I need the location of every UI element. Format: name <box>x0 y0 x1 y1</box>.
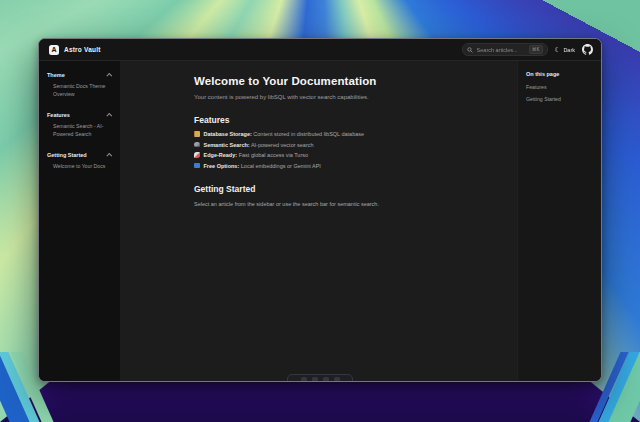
feature-label: Database Storage: <box>204 131 252 137</box>
site-header: A Astro Vault Search articles... ⌘K ☾ Da… <box>39 39 601 61</box>
dock-dot <box>301 377 307 382</box>
page-intro: Your content is powered by libSQL with v… <box>194 94 499 100</box>
list-item: Free Options: Local embeddings or Gemini… <box>194 163 499 169</box>
table-of-contents: On this page Features Getting Started <box>517 61 601 381</box>
sidebar-item-semantic-search[interactable]: Semantic Search - AI-Powered Search <box>46 120 113 141</box>
search-button[interactable]: Search articles... ⌘K <box>462 43 548 56</box>
toc-heading: On this page <box>526 71 593 77</box>
free-badge-icon <box>194 163 200 169</box>
feature-text: Fast global access via Turso <box>237 152 308 158</box>
sidebar: Theme Semantic Docs Theme Overview Featu… <box>39 61 121 381</box>
sidebar-item-welcome-to-your-docs[interactable]: Welcome to Your Docs <box>46 160 113 174</box>
features-list: Database Storage: Content stored in dist… <box>194 131 499 169</box>
list-item: Edge-Ready: Fast global access via Turso <box>194 152 499 158</box>
features-heading: Features <box>194 115 499 125</box>
toc-link-getting-started[interactable]: Getting Started <box>526 96 593 102</box>
main-content: Welcome to Your Documentation Your conte… <box>121 61 517 381</box>
dock-dot <box>323 377 329 382</box>
search-placeholder: Search articles... <box>477 47 525 53</box>
chevron-up-icon <box>106 113 112 119</box>
toc-link-features[interactable]: Features <box>526 84 593 90</box>
github-icon[interactable] <box>582 44 593 55</box>
feature-text: Content stored in distributed libSQL dat… <box>252 131 364 137</box>
search-icon <box>467 47 473 53</box>
sidebar-group-getting-started[interactable]: Getting Started <box>46 150 113 160</box>
sidebar-group-label: Getting Started <box>47 152 87 158</box>
sidebar-group-label: Features <box>47 112 70 118</box>
getting-started-text: Select an article from the sidebar or us… <box>194 201 499 207</box>
site-title: Astro Vault <box>64 46 101 53</box>
moon-icon: ☾ <box>555 46 561 53</box>
bottom-dock-peek <box>287 374 353 382</box>
theme-toggle-label: Dark <box>563 47 575 53</box>
theme-toggle-button[interactable]: ☾ Dark <box>555 46 575 53</box>
list-item: Database Storage: Content stored in dist… <box>194 131 499 137</box>
sidebar-item-semantic-docs-theme-overview[interactable]: Semantic Docs Theme Overview <box>46 80 113 101</box>
getting-started-heading: Getting Started <box>194 184 499 194</box>
feature-label: Edge-Ready: <box>204 152 238 158</box>
sidebar-group-theme[interactable]: Theme <box>46 70 113 80</box>
dock-dot <box>312 377 318 382</box>
page-title: Welcome to Your Documentation <box>194 75 499 87</box>
feature-text: Local embeddings or Gemini API <box>239 163 321 169</box>
list-item: Semantic Search: AI-powered vector searc… <box>194 142 499 148</box>
search-shortcut-badge: ⌘K <box>529 45 543 53</box>
site-logo-icon: A <box>49 45 59 55</box>
sidebar-group-label: Theme <box>47 72 65 78</box>
feature-label: Semantic Search: <box>204 142 250 148</box>
rocket-icon <box>194 152 200 158</box>
feature-label: Free Options: <box>204 163 240 169</box>
sidebar-group-features[interactable]: Features <box>46 110 113 120</box>
app-window: A Astro Vault Search articles... ⌘K ☾ Da… <box>38 38 602 382</box>
magnifier-icon <box>194 142 200 148</box>
dock-dot <box>334 377 340 382</box>
brand[interactable]: A Astro Vault <box>49 45 101 55</box>
feature-text: AI-powered vector search <box>250 142 314 148</box>
chevron-up-icon <box>106 153 112 159</box>
chevron-up-icon <box>106 73 112 79</box>
card-file-box-icon <box>194 131 200 137</box>
